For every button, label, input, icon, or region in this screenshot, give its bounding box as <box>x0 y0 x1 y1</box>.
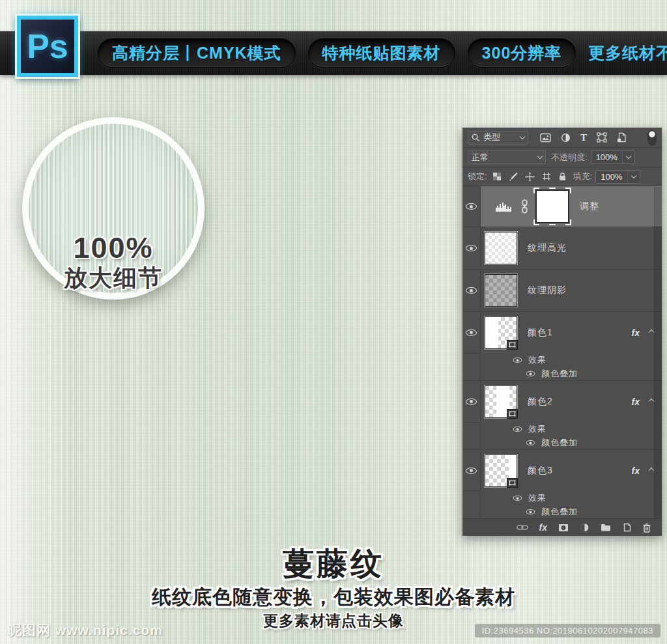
new-adjustment-layer-button[interactable] <box>580 523 589 533</box>
photoshop-logo: Ps <box>17 16 78 77</box>
layer-name[interactable]: 颜色1 <box>528 327 553 339</box>
fx-badge: fx <box>632 397 640 407</box>
effects-row[interactable]: 效果 <box>462 492 662 505</box>
layer-block-color1: 颜色1 fx 效果 颜色叠加 <box>462 312 662 381</box>
effects-label: 效果 <box>528 423 546 435</box>
collapse-effects-chevron[interactable] <box>649 329 654 335</box>
id-watermark: ID:23694536 NO:20190610202007947083 <box>475 624 660 637</box>
visibility-toggle[interactable] <box>462 227 481 269</box>
layer-mask-thumbnail[interactable] <box>535 189 569 223</box>
layer-thumbnail[interactable] <box>485 274 517 307</box>
filter-smart-object-icon[interactable] <box>617 132 627 143</box>
layer-thumbnail[interactable] <box>485 316 517 349</box>
filter-type-select[interactable]: 类型 <box>468 131 528 145</box>
lock-all-padlock-icon[interactable] <box>558 172 567 181</box>
lock-artboard-icon[interactable] <box>542 172 551 181</box>
opacity-value: 100% <box>591 152 622 162</box>
badge-special-paper-label: 特种纸贴图素材 <box>322 42 441 64</box>
search-icon <box>472 133 480 142</box>
layers-scrollbar[interactable] <box>654 187 662 518</box>
new-group-folder-button[interactable] <box>601 524 611 531</box>
filter-pixel-layers-icon[interactable] <box>540 133 551 143</box>
layer-thumbnail[interactable] <box>485 385 517 418</box>
visibility-toggle[interactable] <box>462 450 481 492</box>
material-subtitle: 纸纹底色随意变换，包装效果图必备素材 <box>0 584 667 611</box>
layer-row-color1[interactable]: 颜色1 fx <box>462 312 662 354</box>
layer-row-color3[interactable]: 颜色3 fx <box>462 450 662 492</box>
layers-filter-row: 类型 T <box>462 128 662 148</box>
blend-mode-select[interactable]: 正常 <box>468 150 546 164</box>
layer-name[interactable]: 纹理高光 <box>528 242 567 254</box>
detail-zoom-label: 放大细节 <box>29 263 198 293</box>
lock-transparency-icon[interactable] <box>492 172 502 181</box>
link-mask-icon <box>520 199 529 214</box>
material-title: 蔓藤纹 <box>0 543 667 585</box>
layer-row-texture-shadow[interactable]: 纹理阴影 <box>462 270 662 312</box>
lock-position-move-icon[interactable] <box>525 172 535 182</box>
delete-layer-trash-button[interactable] <box>642 523 651 533</box>
vector-mask-badge-icon <box>507 409 518 419</box>
badge-row: 高精分层丨CMYK模式 特种纸贴图素材 300分辨率 更多纸材不断更新中…… <box>98 31 667 75</box>
layer-name[interactable]: 颜色3 <box>528 465 553 477</box>
fx-badge: fx <box>632 466 640 476</box>
filter-adjustment-layers-icon[interactable] <box>561 133 571 143</box>
opacity-input[interactable]: 100% <box>591 150 635 164</box>
badge-special-paper: 特种纸贴图素材 <box>308 38 455 68</box>
add-layer-style-button[interactable]: fx <box>539 522 547 533</box>
layer-name[interactable]: 调整 <box>580 201 599 212</box>
photoshop-logo-text: Ps <box>27 29 68 63</box>
effects-row[interactable]: 效果 <box>462 354 662 367</box>
opacity-dropdown-button[interactable] <box>622 151 634 163</box>
visibility-toggle[interactable] <box>462 270 481 311</box>
filter-toggle-switch[interactable] <box>647 130 657 146</box>
eye-icon[interactable] <box>513 496 522 501</box>
eye-icon <box>466 468 477 474</box>
layer-thumbnail[interactable] <box>485 232 517 264</box>
color-overlay-row[interactable]: 颜色叠加 <box>462 505 662 518</box>
effects-label: 效果 <box>528 354 546 366</box>
visibility-toggle[interactable] <box>462 381 481 423</box>
chevron-down-icon <box>631 173 636 178</box>
eye-icon <box>466 399 477 405</box>
layer-name[interactable]: 颜色2 <box>528 396 553 408</box>
layer-row-color2[interactable]: 颜色2 fx <box>462 381 662 423</box>
fill-input[interactable]: 100% <box>595 170 640 184</box>
filter-type-layers-icon[interactable]: T <box>580 132 587 143</box>
layers-lock-row: 锁定: 填充: 100% <box>462 167 662 186</box>
color-overlay-label: 颜色叠加 <box>541 437 578 449</box>
layer-block-color3: 颜色3 fx 效果 颜色叠加 <box>462 450 662 518</box>
badge-resolution: 300分辨率 <box>468 38 576 68</box>
layer-row-texture-highlight[interactable]: 纹理高光 <box>462 227 662 270</box>
lock-pixels-brush-icon[interactable] <box>509 172 518 181</box>
filter-type-label: 类型 <box>483 132 517 143</box>
collapse-effects-chevron[interactable] <box>649 468 654 473</box>
eye-icon[interactable] <box>513 427 522 432</box>
eye-icon[interactable] <box>513 357 522 363</box>
visibility-toggle[interactable] <box>462 186 481 227</box>
site-watermark: 昵图网 www.nipic.com <box>8 621 163 639</box>
fill-value: 100% <box>596 172 627 182</box>
chevron-down-icon <box>520 133 525 139</box>
effects-row[interactable]: 效果 <box>462 423 662 436</box>
layer-block-color2: 颜色2 fx 效果 颜色叠加 <box>462 381 662 450</box>
levels-histogram-icon <box>495 201 512 212</box>
eye-icon[interactable] <box>526 371 535 376</box>
collapse-effects-chevron[interactable] <box>649 399 654 404</box>
fill-label: 填充: <box>573 171 593 182</box>
eye-icon[interactable] <box>526 509 535 514</box>
layers-blend-row: 正常 不透明度: 100% <box>462 148 662 167</box>
add-layer-mask-button[interactable] <box>558 524 569 532</box>
filter-shape-layers-icon[interactable] <box>597 132 607 143</box>
color-overlay-row[interactable]: 颜色叠加 <box>462 436 662 450</box>
badge-cmyk: 高精分层丨CMYK模式 <box>98 38 296 68</box>
layer-row-adjustment[interactable]: 调整 <box>462 186 662 227</box>
link-layers-button[interactable] <box>517 524 528 531</box>
layer-name[interactable]: 纹理阴影 <box>528 285 567 296</box>
fill-dropdown-button[interactable] <box>627 171 640 183</box>
eye-icon[interactable] <box>526 440 535 445</box>
color-overlay-row[interactable]: 颜色叠加 <box>462 367 662 381</box>
layer-thumbnail[interactable] <box>485 455 517 487</box>
tagline-text: 更多纸材不断更新中…… <box>588 42 667 64</box>
visibility-toggle[interactable] <box>462 312 481 354</box>
new-layer-button[interactable] <box>622 523 631 532</box>
